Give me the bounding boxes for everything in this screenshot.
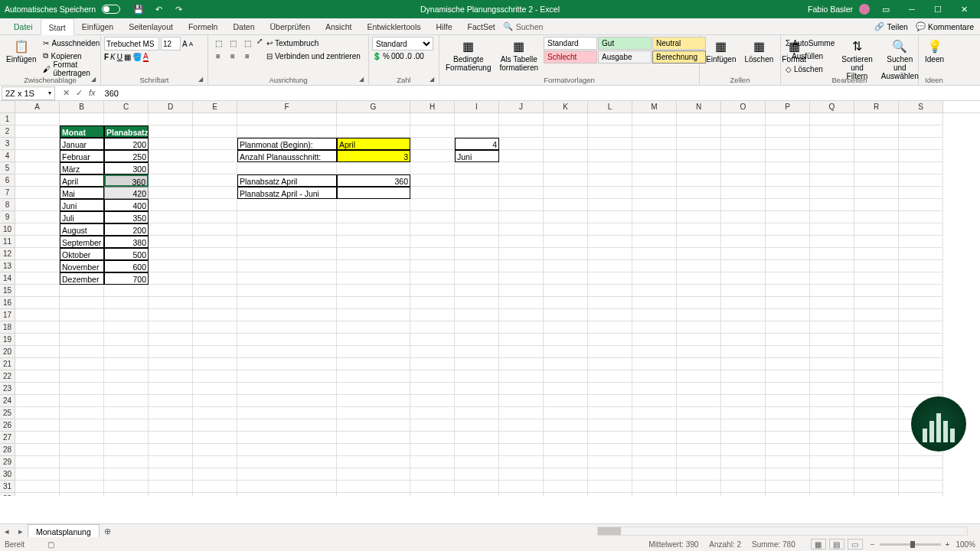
cell[interactable] <box>632 162 677 174</box>
cell[interactable] <box>237 272 337 285</box>
cell[interactable] <box>632 260 677 272</box>
cell[interactable] <box>455 199 499 211</box>
cell[interactable] <box>149 407 193 419</box>
cell[interactable] <box>237 383 337 395</box>
cell[interactable] <box>193 174 237 187</box>
row-header[interactable]: 30 <box>0 468 15 481</box>
cell[interactable] <box>60 432 104 444</box>
tab-data[interactable]: Daten <box>225 18 262 35</box>
cell[interactable] <box>810 211 854 223</box>
cell[interactable] <box>193 260 237 272</box>
cell[interactable] <box>104 297 149 309</box>
cell[interactable] <box>149 138 193 150</box>
cell[interactable] <box>193 407 237 419</box>
cell[interactable] <box>544 468 588 481</box>
cell[interactable] <box>766 236 810 248</box>
cell[interactable] <box>766 493 810 496</box>
cell[interactable] <box>677 174 721 187</box>
cell[interactable] <box>149 468 193 481</box>
cell[interactable] <box>588 358 632 370</box>
cell[interactable] <box>854 248 899 260</box>
cell[interactable] <box>104 383 149 395</box>
cell[interactable] <box>721 358 766 370</box>
cell[interactable] <box>15 248 60 260</box>
tab-view[interactable]: Ansicht <box>318 18 359 35</box>
cell[interactable] <box>237 236 337 248</box>
cell[interactable] <box>810 150 854 162</box>
cell[interactable] <box>588 138 632 150</box>
cell[interactable] <box>721 126 766 138</box>
cell[interactable] <box>455 432 499 444</box>
autosum-button[interactable]: ΣAutoSumme <box>784 37 836 49</box>
cell[interactable] <box>410 309 455 321</box>
cell[interactable] <box>337 346 410 358</box>
close-icon[interactable]: ✕ <box>954 5 974 15</box>
row-header[interactable]: 28 <box>0 444 15 456</box>
cell[interactable] <box>455 321 499 334</box>
cell[interactable] <box>721 211 766 223</box>
cell[interactable] <box>721 432 766 444</box>
cell[interactable] <box>104 285 149 297</box>
cell[interactable] <box>410 334 455 346</box>
row-header[interactable]: 2 <box>0 126 15 138</box>
cell[interactable]: Januar <box>60 138 104 150</box>
cell[interactable] <box>632 432 677 444</box>
cell[interactable] <box>237 432 337 444</box>
cell[interactable] <box>721 187 766 199</box>
row-header[interactable]: 16 <box>0 297 15 309</box>
row-header[interactable]: 32 <box>0 493 15 496</box>
cell[interactable] <box>544 334 588 346</box>
tab-factset[interactable]: FactSet <box>460 18 503 35</box>
cell[interactable] <box>60 395 104 407</box>
cell[interactable] <box>149 444 193 456</box>
increase-decimal-icon[interactable]: .0 <box>406 52 412 60</box>
cell[interactable] <box>588 481 632 493</box>
increase-font-icon[interactable]: A <box>182 40 188 48</box>
cell[interactable] <box>193 113 237 126</box>
cell[interactable] <box>237 285 337 297</box>
row-header[interactable]: 25 <box>0 407 15 419</box>
cell[interactable]: Februar <box>60 150 104 162</box>
cell[interactable] <box>854 211 899 223</box>
cell[interactable] <box>193 150 237 162</box>
cell[interactable] <box>455 223 499 236</box>
cell[interactable] <box>721 383 766 395</box>
cell[interactable] <box>854 468 899 481</box>
cell[interactable] <box>455 395 499 407</box>
cell[interactable] <box>60 493 104 496</box>
cell[interactable] <box>499 248 544 260</box>
cell[interactable] <box>899 187 943 199</box>
cell[interactable] <box>15 309 60 321</box>
cell[interactable] <box>104 444 149 456</box>
cell[interactable]: 500 <box>104 248 149 260</box>
cell[interactable] <box>632 358 677 370</box>
cell[interactable] <box>104 309 149 321</box>
minimize-icon[interactable]: ─ <box>902 5 922 14</box>
cell[interactable] <box>677 481 721 493</box>
cell[interactable] <box>149 187 193 199</box>
cell[interactable] <box>499 211 544 223</box>
cell[interactable] <box>721 493 766 496</box>
cell[interactable] <box>854 272 899 285</box>
cell[interactable] <box>410 174 455 187</box>
cell[interactable] <box>766 113 810 126</box>
cell[interactable] <box>499 138 544 150</box>
cell[interactable] <box>410 162 455 174</box>
cell[interactable] <box>810 321 854 334</box>
view-page-layout-icon[interactable]: ▤ <box>829 539 844 549</box>
cell[interactable] <box>15 444 60 456</box>
cell[interactable]: August <box>60 223 104 236</box>
fx-icon[interactable]: fx <box>89 88 96 98</box>
cell[interactable] <box>499 321 544 334</box>
cell[interactable] <box>588 456 632 468</box>
cell[interactable] <box>237 260 337 272</box>
row-header[interactable]: 6 <box>0 174 15 187</box>
cell[interactable] <box>677 444 721 456</box>
cell[interactable] <box>810 297 854 309</box>
cell[interactable] <box>854 370 899 383</box>
cell[interactable] <box>810 260 854 272</box>
cell[interactable] <box>149 223 193 236</box>
cell[interactable] <box>455 236 499 248</box>
cell[interactable] <box>149 309 193 321</box>
cell[interactable] <box>455 456 499 468</box>
